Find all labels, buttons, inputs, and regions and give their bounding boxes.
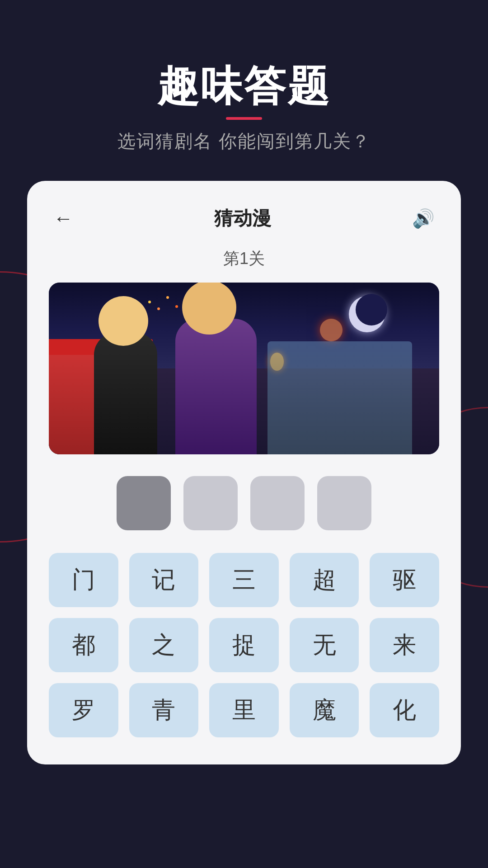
word-btn-罗[interactable]: 罗 [49, 683, 118, 737]
answer-slot-1 [117, 476, 171, 530]
word-row-1: 门 记 三 超 驱 [49, 553, 439, 607]
header-section: 趣味答题 选词猜剧名 你能闯到第几关？ [0, 0, 488, 181]
quiz-card: ← 猜动漫 🔊 第1关 [27, 181, 461, 764]
char1-head [99, 296, 148, 346]
char1-body [94, 332, 157, 454]
word-btn-驱[interactable]: 驱 [370, 553, 439, 607]
word-btn-捉[interactable]: 捉 [209, 618, 279, 672]
word-btn-之[interactable]: 之 [129, 618, 199, 672]
word-row-3: 罗 青 里 魔 化 [49, 683, 439, 737]
answer-slot-2 [183, 476, 238, 530]
card-category-title: 猜动漫 [214, 206, 271, 231]
answer-slots [49, 476, 439, 530]
word-row-2: 都 之 捉 无 来 [49, 618, 439, 672]
firework-big [320, 319, 343, 341]
moon [349, 296, 385, 332]
word-btn-门[interactable]: 门 [49, 553, 118, 607]
word-btn-三[interactable]: 三 [209, 553, 279, 607]
answer-slot-3 [250, 476, 305, 530]
card-header: ← 猜动漫 🔊 [49, 203, 439, 234]
word-grid: 门 记 三 超 驱 都 之 捉 无 来 罗 青 里 魔 化 [49, 553, 439, 737]
subtitle: 选词猜剧名 你能闯到第几关？ [0, 129, 488, 154]
char2-body [175, 319, 257, 454]
main-title: 趣味答题 [0, 63, 488, 109]
word-btn-无[interactable]: 无 [290, 618, 359, 672]
anime-image [49, 283, 439, 454]
word-btn-记[interactable]: 记 [129, 553, 199, 607]
char2-head [182, 283, 236, 335]
word-btn-都[interactable]: 都 [49, 618, 118, 672]
word-btn-超[interactable]: 超 [290, 553, 359, 607]
volume-button[interactable]: 🔊 [408, 203, 439, 234]
word-btn-青[interactable]: 青 [129, 683, 199, 737]
back-button[interactable]: ← [49, 203, 78, 234]
word-btn-来[interactable]: 来 [370, 618, 439, 672]
word-btn-魔[interactable]: 魔 [290, 683, 359, 737]
title-underline [226, 117, 262, 120]
word-btn-化[interactable]: 化 [370, 683, 439, 737]
answer-slot-4 [317, 476, 371, 530]
level-label: 第1关 [49, 248, 439, 270]
word-btn-里[interactable]: 里 [209, 683, 279, 737]
right-group [267, 341, 412, 454]
